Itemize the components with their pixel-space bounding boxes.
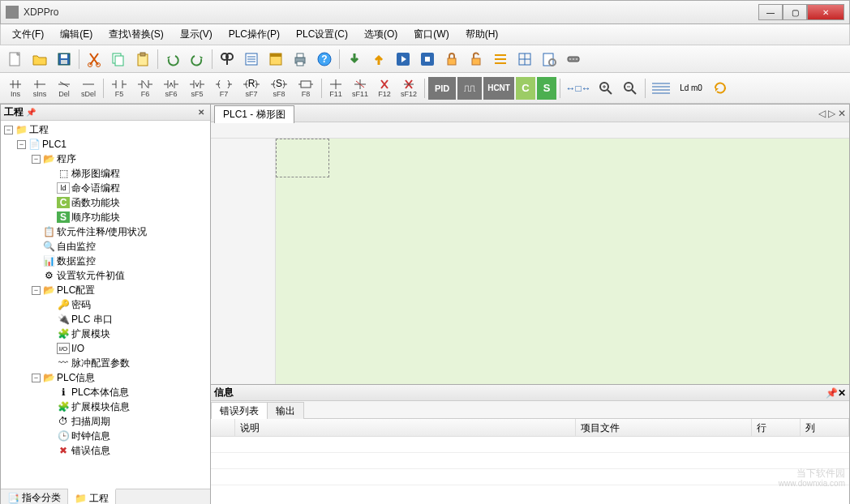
sins-button[interactable]: sIns [28, 77, 51, 100]
download-icon[interactable] [343, 48, 366, 70]
tree-root[interactable]: 工程 [29, 123, 49, 137]
maximize-button[interactable]: ▢ [783, 4, 807, 20]
pin-icon[interactable]: 📌 [24, 108, 38, 117]
sf6-button[interactable]: sF6 [159, 77, 183, 100]
hcnt-button[interactable]: HCNT [483, 77, 514, 100]
close-button[interactable]: ✕ [807, 4, 844, 20]
save-icon[interactable] [53, 48, 75, 70]
s-button[interactable]: S [537, 77, 556, 100]
hspan-button[interactable]: ↔□↔ [564, 77, 593, 100]
zoom-in-icon[interactable] [595, 77, 617, 100]
tree-comment[interactable]: 软元件注释/使用状况 [57, 225, 147, 239]
ladder-cursor-cell[interactable] [276, 139, 329, 177]
paste-icon[interactable] [131, 48, 154, 70]
tree-plc1[interactable]: PLC1 [42, 139, 67, 150]
sf12-button[interactable]: sF12 [397, 77, 421, 100]
menu-options[interactable]: 选项(O) [358, 25, 404, 44]
find-icon[interactable] [216, 48, 238, 70]
menu-window[interactable]: 窗口(W) [407, 25, 455, 44]
menu-find[interactable]: 查找\替换(S) [102, 25, 170, 44]
ins-button[interactable]: Ins [4, 77, 27, 100]
tree-expinfo[interactable]: 扩展模块信息 [71, 400, 130, 414]
menu-edit[interactable]: 编辑(E) [54, 25, 99, 44]
open-file-icon[interactable] [28, 48, 51, 70]
tab-project[interactable]: 📁工程 [68, 489, 116, 504]
zoom-out-icon[interactable] [619, 77, 642, 100]
tree-expansion[interactable]: 扩展模块 [71, 327, 110, 341]
doc-tab-plc1[interactable]: PLC1 - 梯形图 [214, 105, 294, 123]
pid-button[interactable]: PID [428, 77, 456, 100]
help-icon[interactable]: ? [313, 48, 336, 70]
print-icon[interactable] [289, 48, 311, 70]
preview-icon[interactable] [538, 48, 560, 70]
tree-scan[interactable]: 扫描周期 [71, 415, 110, 429]
menu-plc-operate[interactable]: PLC操作(P) [222, 25, 286, 44]
sf8-button[interactable]: SsF8 [266, 77, 292, 100]
ladder-edit-icon[interactable] [489, 48, 512, 70]
sdel-button[interactable]: sDel [77, 77, 100, 100]
f11-button[interactable]: F11 [325, 77, 346, 100]
sf5-button[interactable]: sF5 [185, 77, 209, 100]
tree-plcconfig[interactable]: PLC配置 [57, 284, 95, 297]
tab-prev-icon[interactable]: ◁ [818, 108, 826, 119]
f8-button[interactable]: F8 [294, 77, 318, 100]
refresh-icon[interactable] [709, 77, 732, 100]
tree-clock[interactable]: 时钟信息 [71, 429, 110, 443]
tree-datamonitor[interactable]: 数据监控 [57, 254, 96, 268]
tree-serial[interactable]: PLC 串口 [71, 313, 113, 327]
sf7-button[interactable]: RsF7 [238, 77, 264, 100]
f7-button[interactable]: F7 [211, 77, 237, 100]
info-tab-output[interactable]: 输出 [267, 402, 304, 419]
minimize-button[interactable]: — [758, 4, 783, 20]
del-button[interactable]: Del [53, 77, 75, 100]
pulse-button[interactable]: ⎍⎍ [457, 77, 482, 100]
tree-freemon[interactable]: 自由监控 [57, 240, 96, 254]
stop-icon[interactable] [416, 48, 439, 70]
ladder-canvas[interactable] [276, 139, 849, 384]
tree-plcbody[interactable]: PLC本体信息 [71, 386, 129, 399]
menu-display[interactable]: 显示(V) [174, 25, 219, 44]
cut-icon[interactable] [83, 48, 105, 70]
info-close-icon[interactable]: ✕ [838, 387, 846, 399]
tree-error[interactable]: 错误信息 [71, 444, 110, 458]
unlock-icon[interactable] [465, 48, 487, 70]
serial-icon[interactable] [562, 48, 585, 70]
tree-ladder[interactable]: 梯形图编程 [71, 167, 120, 181]
undo-icon[interactable] [161, 48, 184, 70]
tree-program[interactable]: 程序 [57, 152, 76, 166]
ladder-list-icon[interactable] [649, 77, 673, 100]
sf11-button[interactable]: sF11 [348, 77, 372, 100]
info-tab-errors[interactable]: 错误列表 [211, 402, 268, 419]
project-tree[interactable]: −📁工程 −📄PLC1 −📂程序 ⬚梯形图编程 ld命令语编程 C函数功能块 S… [1, 121, 210, 489]
tree-pulse[interactable]: 脉冲配置参数 [71, 357, 130, 370]
tab-close-icon[interactable]: ✕ [838, 108, 846, 119]
new-file-icon[interactable] [4, 48, 27, 70]
grid-icon[interactable] [513, 48, 536, 70]
tree-plcinfo[interactable]: PLC信息 [57, 371, 95, 385]
menu-plc-config[interactable]: PLC设置(C) [290, 25, 354, 44]
list-icon[interactable] [240, 48, 263, 70]
f5-button[interactable]: F5 [107, 77, 131, 100]
run-icon[interactable] [392, 48, 414, 70]
tree-sfc[interactable]: 顺序功能块 [71, 211, 120, 224]
tree-io[interactable]: I/O [71, 343, 84, 354]
tab-instruction-cat[interactable]: 📑指令分类 [1, 489, 68, 504]
ldm0-button[interactable]: Ld m0 [675, 77, 707, 100]
f12-button[interactable]: F12 [374, 77, 395, 100]
f6-button[interactable]: F6 [133, 77, 157, 100]
tab-next-icon[interactable]: ▷ [828, 108, 835, 119]
c-button[interactable]: C [516, 77, 535, 100]
window-icon[interactable] [264, 48, 287, 70]
menu-file[interactable]: 文件(F) [6, 25, 50, 44]
copy-icon[interactable] [107, 48, 130, 70]
upload-icon[interactable] [367, 48, 390, 70]
menu-help[interactable]: 帮助(H) [459, 25, 505, 44]
tree-initvals[interactable]: 设置软元件初值 [57, 269, 125, 283]
tree-password[interactable]: 密码 [71, 298, 91, 312]
lock-icon[interactable] [440, 48, 463, 70]
tree-il[interactable]: 命令语编程 [71, 182, 120, 195]
ladder-editor[interactable] [211, 122, 849, 385]
panel-close-icon[interactable]: ✕ [195, 108, 207, 117]
redo-icon[interactable] [186, 48, 208, 70]
info-pin-icon[interactable]: 📌 [826, 387, 838, 399]
